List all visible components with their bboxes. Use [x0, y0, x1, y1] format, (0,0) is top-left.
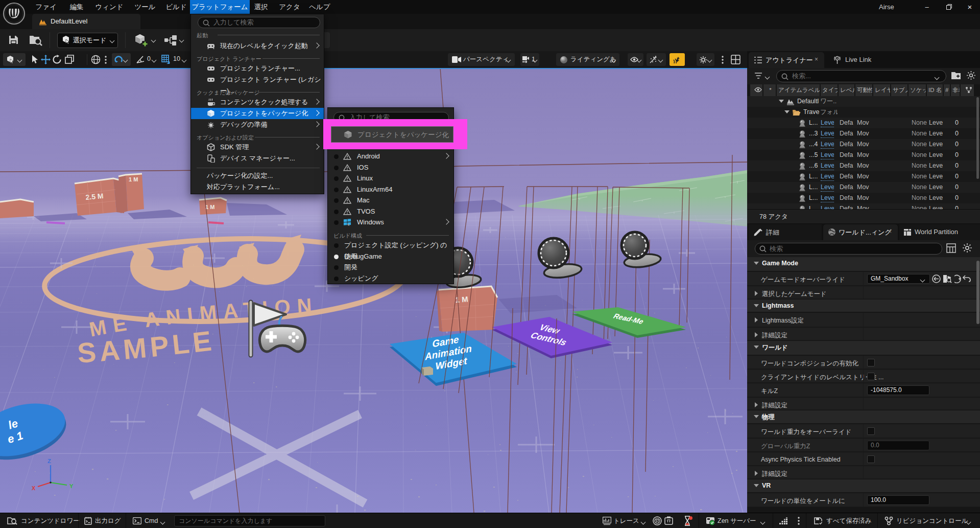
- svg-text:1 M: 1 M: [455, 294, 468, 304]
- svg-text:1 M: 1 M: [205, 204, 214, 210]
- svg-text:1 M: 1 M: [129, 176, 138, 182]
- svg-text:Z: Z: [47, 458, 51, 464]
- svg-text:X: X: [32, 485, 36, 491]
- svg-text:Y: Y: [69, 483, 74, 489]
